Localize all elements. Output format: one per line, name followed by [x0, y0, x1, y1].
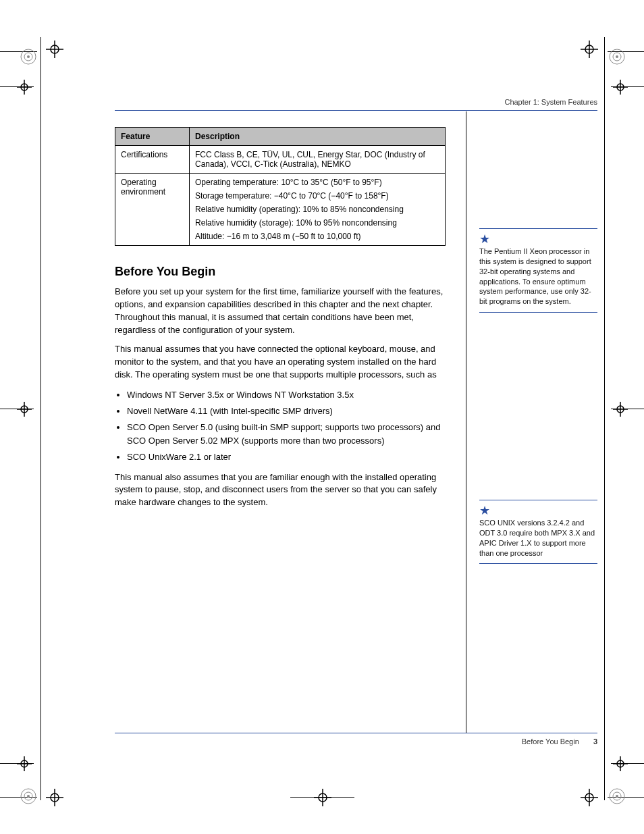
features-table: Feature Description Certifications FCC C… [115, 127, 446, 246]
crop-mark-icon [581, 789, 598, 806]
table-row: Operating environment Operating temperat… [115, 174, 446, 246]
svg-point-11 [616, 55, 618, 58]
page-number: 3 [593, 737, 597, 746]
svg-point-29 [27, 795, 30, 798]
star-icon: ★ [479, 233, 597, 245]
header-rule [115, 110, 597, 111]
reg-mark-icon [19, 47, 38, 66]
page-footer: Before You Begin 3 [115, 733, 597, 746]
spec-line: Relative humidity (storage): 10% to 95% … [195, 218, 439, 228]
svg-point-41 [616, 795, 618, 798]
spec-line: Operating temperature: 10°C to 35°C (50°… [195, 178, 439, 187]
crop-mark-icon [17, 402, 32, 417]
table-header-description: Description [190, 128, 446, 146]
crop-mark-icon [581, 41, 598, 58]
os-list: Windows NT Server 3.5x or Windows NT Wor… [127, 388, 446, 465]
body-paragraph: This manual assumes that you have connec… [115, 343, 446, 382]
cell-feature: Operating environment [115, 174, 190, 246]
spec-line: Storage temperature: −40°C to 70°C (−40°… [195, 191, 439, 201]
table-row: Certifications FCC Class B, CE, TÜV, UL,… [115, 146, 446, 174]
spec-line: Altitude: −16 m to 3,048 m (−50 ft to 10… [195, 232, 439, 241]
crop-mark-icon [17, 80, 32, 95]
crop-mark-icon [46, 789, 63, 806]
crop-mark-icon [613, 80, 628, 95]
crop-mark-icon [314, 789, 331, 806]
body-paragraph: This manual also assumes that you are fa… [115, 471, 446, 510]
cell-feature: Certifications [115, 146, 190, 174]
svg-point-2 [27, 55, 30, 58]
star-icon: ★ [479, 504, 597, 517]
note-text: The Pentium II Xeon processor in this sy… [479, 247, 591, 305]
cell-description: Operating temperature: 10°C to 35°C (50°… [190, 174, 446, 246]
list-item: SCO UnixWare 2.1 or later [127, 450, 446, 464]
margin-note: ★ The Pentium II Xeon processor in this … [479, 228, 597, 313]
running-header: Chapter 1: System Features [115, 98, 597, 106]
margin-note: ★ SCO UNIX versions 3.2.4.2 and ODT 3.0 … [479, 500, 597, 564]
body-paragraph: Before you set up your system for the fi… [115, 286, 446, 336]
crop-mark-icon [613, 756, 628, 771]
spec-line: Relative humidity (operating): 10% to 85… [195, 205, 439, 214]
reg-mark-icon [608, 47, 626, 66]
list-item: SCO Open Server 5.0 (using built-in SMP … [127, 421, 446, 448]
cell-description: FCC Class B, CE, TÜV, UL, CUL, Energy St… [190, 146, 446, 174]
reg-mark-icon [608, 787, 626, 806]
crop-mark-icon [613, 402, 628, 417]
footer-label: Before You Begin [522, 737, 579, 746]
reg-mark-icon [19, 787, 38, 806]
list-item: Windows NT Server 3.5x or Windows NT Wor… [127, 388, 446, 402]
note-text: SCO UNIX versions 3.2.4.2 and ODT 3.0 re… [479, 519, 595, 557]
crop-mark-icon [46, 41, 63, 58]
section-heading: Before You Begin [115, 265, 446, 279]
crop-mark-icon [17, 756, 32, 771]
table-header-feature: Feature [115, 128, 190, 146]
list-item: Novell NetWare 4.11 (with Intel-specific… [127, 405, 446, 418]
